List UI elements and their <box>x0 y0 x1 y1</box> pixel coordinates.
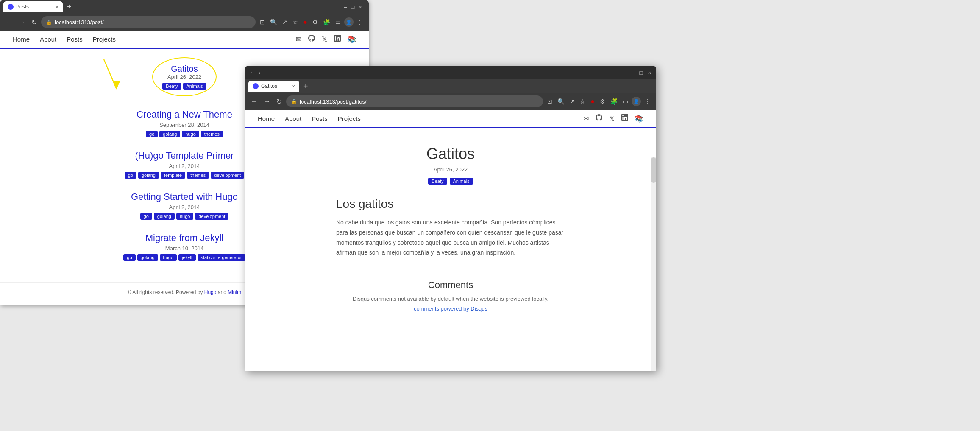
tab-gatitos[interactable]: Gatitos × <box>248 81 299 92</box>
win-top-bar-2: ‹ › – □ × <box>245 66 656 79</box>
address-bar-2[interactable]: 🔒 localhost:1313/post/gatitos/ <box>286 95 543 107</box>
nav-posts-1[interactable]: Posts <box>67 36 83 43</box>
cast-icon-2[interactable]: ⊡ <box>546 96 554 106</box>
record-icon-2[interactable]: ● <box>589 96 596 107</box>
article-title: Gatitos <box>336 145 565 163</box>
tag-go-3[interactable]: go <box>140 213 152 220</box>
new-tab-button-1[interactable]: + <box>64 3 74 11</box>
tag-go-4[interactable]: go <box>123 254 135 261</box>
footer-hugo-link[interactable]: Hugo <box>204 289 217 295</box>
nav-about-2[interactable]: About <box>285 115 301 122</box>
forward-button-2[interactable]: → <box>262 96 272 107</box>
sidebar-icon-2[interactable]: ▭ <box>621 96 630 106</box>
win2-prev-arrow[interactable]: ‹ <box>250 70 252 76</box>
tag-themes-1[interactable]: themes <box>201 131 223 137</box>
win1-close[interactable]: × <box>359 4 362 10</box>
new-tab-button-2[interactable]: + <box>301 82 311 91</box>
nav-posts-2[interactable]: Posts <box>312 115 328 122</box>
tag-hugo-1[interactable]: hugo <box>182 131 199 137</box>
zoom-icon-2[interactable]: 🔍 <box>556 96 566 106</box>
tag-development-2[interactable]: development <box>195 213 228 220</box>
scrollbar-thumb[interactable] <box>651 157 656 183</box>
cast-icon[interactable]: ⊡ <box>258 17 267 27</box>
settings-icon-2[interactable]: ⚙ <box>598 96 607 106</box>
profile-icon-2[interactable]: 👤 <box>632 97 641 106</box>
menu-button-1[interactable]: ⋮ <box>355 17 365 27</box>
tag-development-1[interactable]: development <box>211 172 244 179</box>
win2-close[interactable]: × <box>648 70 651 76</box>
tag-jekyll[interactable]: jekyll <box>178 254 195 261</box>
tab-label-2: Gatitos <box>261 83 277 89</box>
site-nav-1: Home About Posts Projects ✉ 𝕏 📚 <box>0 31 369 49</box>
sidebar-icon[interactable]: ▭ <box>334 17 342 27</box>
win1-maximize[interactable]: □ <box>351 4 355 10</box>
github-icon-2[interactable] <box>596 114 602 123</box>
tag-beaty-article[interactable]: Beaty <box>428 178 447 185</box>
menu-button-2[interactable]: ⋮ <box>643 96 652 106</box>
zoom-icon[interactable]: 🔍 <box>268 17 279 27</box>
tag-animals[interactable]: Animals <box>183 83 206 90</box>
twitter-icon-1[interactable]: 𝕏 <box>322 35 327 43</box>
email-icon-2[interactable]: ✉ <box>583 115 589 123</box>
tag-hugo-2[interactable]: hugo <box>176 213 193 220</box>
tab-posts[interactable]: Posts × <box>3 1 63 12</box>
comments-section: Comments Disqus comments not available b… <box>336 271 565 321</box>
nav-projects-2[interactable]: Projects <box>338 115 361 122</box>
tab-close-2[interactable]: × <box>292 84 295 89</box>
settings-icon[interactable]: ⚙ <box>311 17 320 27</box>
scrollbar-track[interactable] <box>651 157 656 371</box>
comments-note: Disqus comments not available by default… <box>336 296 565 302</box>
tag-hugo-3[interactable]: hugo <box>160 254 177 261</box>
win1-minimize[interactable]: – <box>344 4 347 10</box>
reload-button-1[interactable]: ↻ <box>30 17 39 28</box>
tab-bar-2: Gatitos × + <box>245 79 656 93</box>
reload-button-2[interactable]: ↻ <box>275 96 284 107</box>
tag-golang-4[interactable]: golang <box>137 254 158 261</box>
tag-themes-2[interactable]: themes <box>187 172 209 179</box>
tab-bar-1: Posts × + – □ × <box>0 0 369 14</box>
nav-home-1[interactable]: Home <box>13 36 30 43</box>
post-title-gatitos[interactable]: Gatitos <box>162 64 206 74</box>
stack-icon-2[interactable]: 📚 <box>635 115 643 123</box>
win2-minimize[interactable]: – <box>631 70 634 76</box>
tag-go-1[interactable]: go <box>146 131 158 137</box>
article-body-title: Los gatitos <box>336 197 565 211</box>
back-button-2[interactable]: ← <box>249 96 259 107</box>
github-icon-1[interactable] <box>308 35 315 43</box>
win2-maximize[interactable]: □ <box>640 70 643 76</box>
tag-golang-2[interactable]: golang <box>138 172 159 179</box>
tab-label-1: Posts <box>16 4 29 10</box>
share-icon[interactable]: ↗ <box>281 17 289 27</box>
share-icon-2[interactable]: ↗ <box>568 96 576 106</box>
profile-icon[interactable]: 👤 <box>344 17 354 27</box>
forward-button-1[interactable]: → <box>17 17 27 28</box>
back-button-1[interactable]: ← <box>4 17 14 28</box>
nav-projects-1[interactable]: Projects <box>93 36 116 43</box>
tag-beaty[interactable]: Beaty <box>162 83 181 90</box>
nav-about-1[interactable]: About <box>40 36 56 43</box>
record-icon[interactable]: ● <box>301 17 309 28</box>
tag-golang-1[interactable]: golang <box>159 131 180 137</box>
linkedin-icon-1[interactable] <box>334 35 341 43</box>
linkedin-icon-2[interactable] <box>621 114 628 123</box>
bookmark-icon[interactable]: ☆ <box>291 17 300 27</box>
tag-animals-article[interactable]: Animals <box>450 178 473 185</box>
tag-static-site-gen[interactable]: static-site-generator <box>198 254 245 261</box>
puzzle-icon-2[interactable]: 🧩 <box>609 96 619 106</box>
nav-icons-1: ✉ 𝕏 📚 <box>296 35 356 43</box>
tag-go-2[interactable]: go <box>125 172 136 179</box>
bookmark-icon-2[interactable]: ☆ <box>578 96 587 106</box>
footer-minim-link[interactable]: Minim <box>228 289 241 295</box>
tag-template[interactable]: template <box>161 172 185 179</box>
nav-home-2[interactable]: Home <box>258 115 275 122</box>
puzzle-icon[interactable]: 🧩 <box>321 17 332 27</box>
twitter-icon-2[interactable]: 𝕏 <box>609 115 615 123</box>
address-bar-1[interactable]: 🔒 localhost:1313/post/ <box>41 16 256 28</box>
email-icon-1[interactable]: ✉ <box>296 35 301 43</box>
tag-golang-3[interactable]: golang <box>154 213 175 220</box>
comments-disqus-link[interactable]: comments powered by Disqus <box>414 305 487 312</box>
post-tags-gatitos: Beaty Animals <box>162 83 206 90</box>
tab-close-1[interactable]: × <box>56 4 58 9</box>
stack-icon-1[interactable]: 📚 <box>348 35 356 43</box>
win2-next-arrow[interactable]: › <box>259 70 260 76</box>
